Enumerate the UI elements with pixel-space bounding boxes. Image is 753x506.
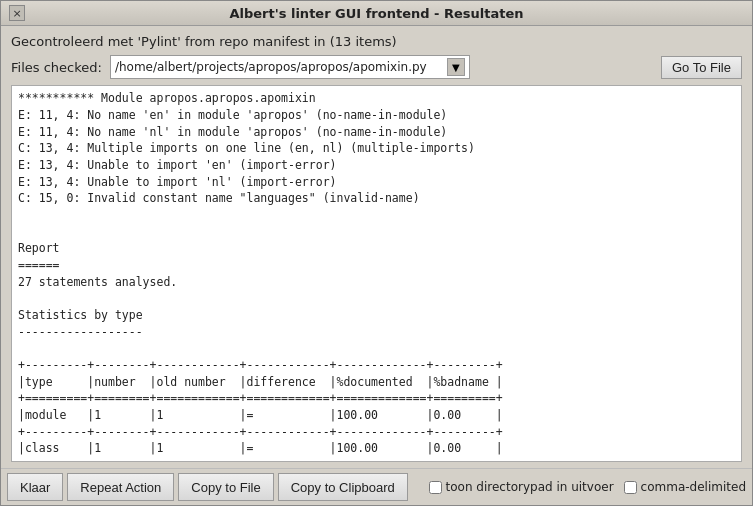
comma-checkbox[interactable]	[624, 481, 637, 494]
toon-checkbox-item[interactable]: toon directorypad in uitvoer	[429, 480, 614, 494]
close-button[interactable]: ×	[9, 5, 25, 21]
toon-checkbox[interactable]	[429, 481, 442, 494]
title-bar: × Albert's linter GUI frontend - Resulta…	[1, 1, 752, 26]
files-checked-label: Files checked:	[11, 60, 102, 75]
toon-checkbox-label: toon directorypad in uitvoer	[446, 480, 614, 494]
output-area: *********** Module apropos.apropos.apomi…	[11, 85, 742, 462]
content-area: Gecontroleerd met 'Pylint' from repo man…	[1, 26, 752, 468]
files-dropdown-value: /home/albert/projects/apropos/apropos/ap…	[115, 60, 447, 74]
info-label: Gecontroleerd met 'Pylint' from repo man…	[11, 34, 742, 49]
repeat-action-button[interactable]: Repeat Action	[67, 473, 174, 501]
chevron-down-icon: ▼	[452, 62, 460, 73]
copy-to-clipboard-button[interactable]: Copy to Clipboard	[278, 473, 408, 501]
files-dropdown[interactable]: /home/albert/projects/apropos/apropos/ap…	[110, 55, 470, 79]
comma-checkbox-item[interactable]: comma-delimited	[624, 480, 746, 494]
goto-file-button[interactable]: Go To File	[661, 56, 742, 79]
copy-to-file-button[interactable]: Copy to File	[178, 473, 273, 501]
close-icon: ×	[12, 7, 21, 20]
comma-checkbox-label: comma-delimited	[641, 480, 746, 494]
header-row: Files checked: /home/albert/projects/apr…	[11, 55, 742, 79]
dropdown-arrow-icon[interactable]: ▼	[447, 58, 465, 76]
window-title: Albert's linter GUI frontend - Resultate…	[25, 6, 728, 21]
files-row: Files checked: /home/albert/projects/apr…	[11, 55, 653, 79]
main-window: × Albert's linter GUI frontend - Resulta…	[0, 0, 753, 506]
bottom-bar: Klaar Repeat Action Copy to File Copy to…	[1, 468, 752, 505]
klaar-button[interactable]: Klaar	[7, 473, 63, 501]
